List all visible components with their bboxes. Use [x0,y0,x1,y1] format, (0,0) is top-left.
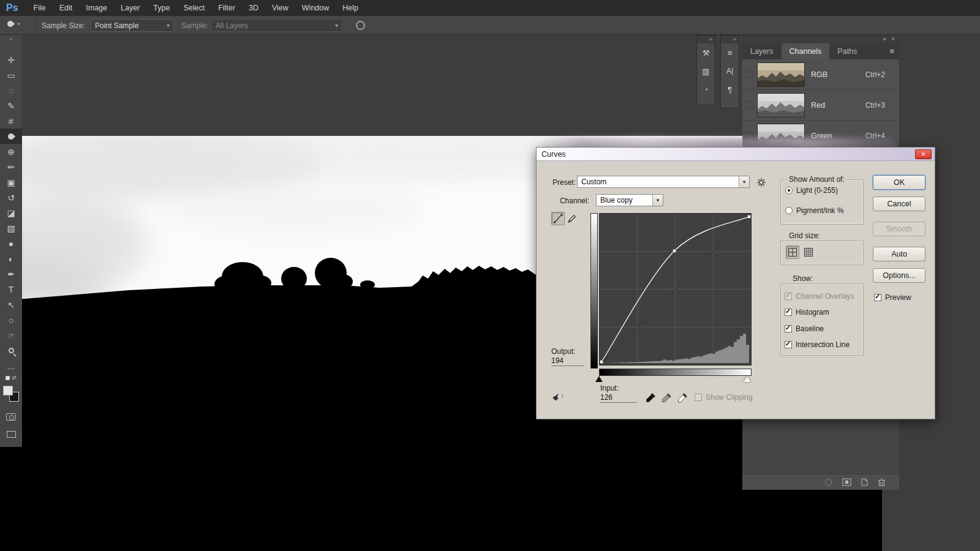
tool-presets-icon[interactable]: ⚒ [697,43,715,62]
load-selection-icon[interactable] [824,478,833,487]
menu-edit[interactable]: Edit [53,0,80,16]
menu-file[interactable]: File [27,0,53,16]
black-point-slider[interactable] [595,376,603,382]
auto-button[interactable]: Auto [873,247,925,261]
move-tool[interactable]: ✛ [0,52,22,67]
screen-mode-button[interactable] [0,427,22,442]
menu-view[interactable]: View [265,0,295,16]
clone-stamp-tool[interactable]: ▣ [0,174,22,190]
dock-collapse-icon[interactable]: « [883,36,886,43]
default-colors-controls[interactable]: ⇄ [0,373,22,382]
light-radio[interactable] [785,187,793,194]
ellipse-shape-tool[interactable]: ○ [0,312,22,328]
blur-tool[interactable]: ● [0,236,22,251]
pigment-radio-row[interactable]: Pigment/Ink % [785,206,843,215]
menu-layer[interactable]: Layer [114,0,146,16]
on-image-adjustment-button[interactable]: ☛ ↕ [552,392,567,404]
zoom-tool[interactable] [0,343,22,358]
new-channel-icon[interactable] [861,478,869,486]
output-value-field[interactable]: 194 [551,356,584,366]
paragraph-panel-icon[interactable]: ¶ [721,80,739,99]
adjustments-panel-icon[interactable]: ≡ [721,43,739,62]
histogram-checkbox[interactable] [785,309,792,316]
preset-select[interactable]: Custom ▾ [577,176,750,188]
preview-row[interactable]: Preview [874,293,911,302]
white-point-eyedropper-button[interactable] [676,391,690,404]
brush-tool[interactable]: ✏ [0,159,22,174]
gray-point-eyedropper-button[interactable] [660,391,674,404]
tab-paths[interactable]: Paths [829,43,865,59]
healing-brush-tool[interactable]: ⊕ [0,144,22,159]
preview-checkbox[interactable] [874,294,881,301]
curve-pencil-tool-button[interactable] [565,212,579,225]
panel-menu-icon[interactable]: ≡ [889,47,894,56]
baseline-checkbox[interactable] [785,325,792,332]
delete-channel-icon[interactable] [878,478,886,487]
history-brush-tool[interactable]: ↺ [0,190,22,205]
hand-tool[interactable]: ☞ [0,328,22,343]
tab-layers[interactable]: Layers [742,43,782,59]
dodge-tool[interactable]: ◐ [0,251,22,266]
input-value-field[interactable]: 126 [600,393,637,403]
pen-tool[interactable]: ✒ [0,266,22,282]
histogram-row[interactable]: Histogram [785,308,829,317]
menu-type[interactable]: Type [146,0,176,16]
simple-grid-button[interactable] [786,246,799,259]
preset-options-button[interactable] [755,176,768,189]
visibility-toggle[interactable] [745,70,753,78]
dock-close-icon[interactable]: × [891,36,895,43]
strip-expand-icon[interactable]: » [697,36,715,43]
menu-select[interactable]: Select [176,0,211,16]
type-tool[interactable]: T [0,282,22,297]
color-swatches[interactable] [3,386,19,402]
channel-row-rgb[interactable]: RGB Ctrl+2 [742,59,899,90]
sampling-ring-toggle-icon[interactable] [356,21,365,30]
curve-editor[interactable] [599,213,752,365]
dialog-titlebar[interactable]: Curves × [537,148,935,161]
character-panel-icon[interactable]: A| [721,62,739,80]
ok-button[interactable]: OK [873,175,925,190]
channel-overlays-row[interactable]: Channel Overlays [785,292,854,301]
menu-image[interactable]: Image [79,0,114,16]
tool-preset-picker[interactable]: ▾ [7,21,20,27]
dialog-close-button[interactable]: × [915,149,932,159]
toolbar-collapse-icon[interactable]: » [0,35,22,45]
sample-size-select[interactable]: Point Sample ▾ [91,19,174,32]
show-clipping-row[interactable]: Show Clipping [695,393,753,402]
channel-select[interactable]: Blue copy ▾ [596,194,663,206]
options-button[interactable]: Options... [873,268,925,283]
menu-filter[interactable]: Filter [211,0,242,16]
channel-overlays-checkbox[interactable] [785,293,792,300]
detailed-grid-button[interactable] [802,246,815,259]
strip-expand-icon[interactable]: » [721,36,739,43]
black-point-eyedropper-button[interactable] [644,391,658,404]
info-panel-icon[interactable]: ◔ [697,80,715,99]
foreground-color-swatch[interactable] [3,386,13,395]
tab-channels[interactable]: Channels [782,43,830,59]
light-radio-row[interactable]: Light (0-255) [785,186,838,195]
gradient-tool[interactable]: ▧ [0,220,22,236]
white-point-slider[interactable] [744,376,751,382]
curve-point-tool-button[interactable] [551,212,565,225]
rectangular-marquee-tool[interactable]: ▭ [0,67,22,83]
channel-row-red[interactable]: Red Ctrl+3 [742,90,899,121]
menu-help[interactable]: Help [336,0,365,16]
smooth-button[interactable]: Smooth [873,222,925,236]
histogram-panel-icon[interactable]: ▥ [697,62,715,80]
sample-select[interactable]: All Layers ▾ [211,19,342,32]
lasso-tool[interactable]: ◌ [0,83,22,98]
channel-thumbnail[interactable] [757,62,805,87]
intersection-line-row[interactable]: Intersection Line [785,340,850,349]
edit-toolbar-button[interactable]: … [0,358,22,373]
quick-mask-button[interactable] [0,409,22,424]
eyedropper-tool[interactable] [0,129,22,144]
crop-tool[interactable]: # [0,113,22,129]
show-clipping-checkbox[interactable] [695,394,702,401]
pigment-radio[interactable] [785,207,793,214]
menu-3d[interactable]: 3D [242,0,265,16]
channel-thumbnail[interactable] [757,93,805,118]
visibility-toggle[interactable] [745,101,753,108]
baseline-row[interactable]: Baseline [785,324,824,333]
menu-window[interactable]: Window [295,0,336,16]
cancel-button[interactable]: Cancel [873,197,925,211]
